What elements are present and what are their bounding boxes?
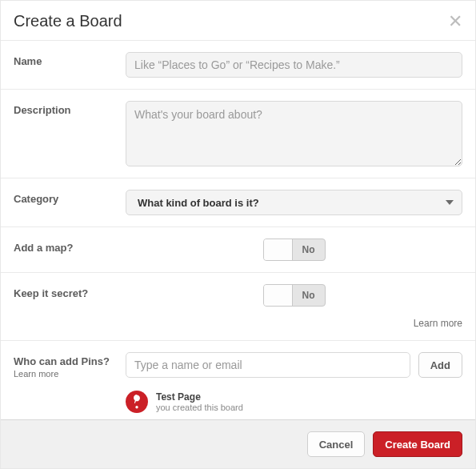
invite-input[interactable]: [126, 352, 410, 378]
pin-icon: [126, 391, 148, 413]
secret-toggle-state: No: [293, 285, 325, 306]
row-map: Add a map? No: [1, 227, 475, 273]
category-label: Category: [14, 190, 126, 205]
dialog-body: Name Description Category What kind of b…: [1, 41, 475, 419]
row-category: Category What kind of board is it?: [1, 178, 475, 227]
create-board-dialog: Create a Board ✕ Name Description Catego…: [0, 0, 476, 469]
close-icon[interactable]: ✕: [448, 13, 462, 30]
dialog-title: Create a Board: [14, 12, 448, 30]
name-input[interactable]: [126, 52, 462, 78]
svg-point-0: [135, 406, 138, 408]
map-toggle-state: No: [293, 239, 325, 260]
member-row: Test Page you created this board: [126, 391, 462, 413]
toggle-knob: [264, 239, 293, 260]
row-description: Description: [1, 90, 475, 178]
member-meta: you created this board: [156, 403, 243, 412]
category-select[interactable]: What kind of board is it?: [126, 190, 462, 215]
cancel-button[interactable]: Cancel: [307, 431, 366, 457]
secret-learn-more-link[interactable]: Learn more: [414, 313, 462, 329]
toggle-knob: [264, 285, 293, 306]
dialog-footer: Cancel Create Board: [1, 419, 475, 468]
pins-learn-more-link[interactable]: Learn more: [14, 369, 126, 379]
map-label: Add a map?: [14, 239, 126, 254]
dialog-header: Create a Board ✕: [1, 1, 475, 41]
row-secret: Keep it secret? No Learn more: [1, 273, 475, 341]
secret-toggle[interactable]: No: [263, 284, 326, 307]
member-name: Test Page: [156, 391, 243, 403]
description-label: Description: [14, 101, 126, 116]
secret-label: Keep it secret?: [14, 284, 126, 299]
pins-label-text: Who can add Pins?: [14, 355, 110, 367]
category-placeholder: What kind of board is it?: [138, 197, 259, 209]
row-name: Name: [1, 41, 475, 90]
row-pins: Who can add Pins? Learn more Add Test Pa…: [1, 341, 475, 419]
chevron-down-icon: [446, 200, 454, 205]
map-toggle[interactable]: No: [263, 239, 326, 261]
description-input[interactable]: [126, 101, 462, 166]
create-board-button[interactable]: Create Board: [373, 431, 462, 457]
member-info: Test Page you created this board: [156, 391, 243, 412]
pins-label: Who can add Pins? Learn more: [14, 352, 126, 379]
name-label: Name: [14, 52, 126, 67]
add-button[interactable]: Add: [418, 352, 462, 378]
